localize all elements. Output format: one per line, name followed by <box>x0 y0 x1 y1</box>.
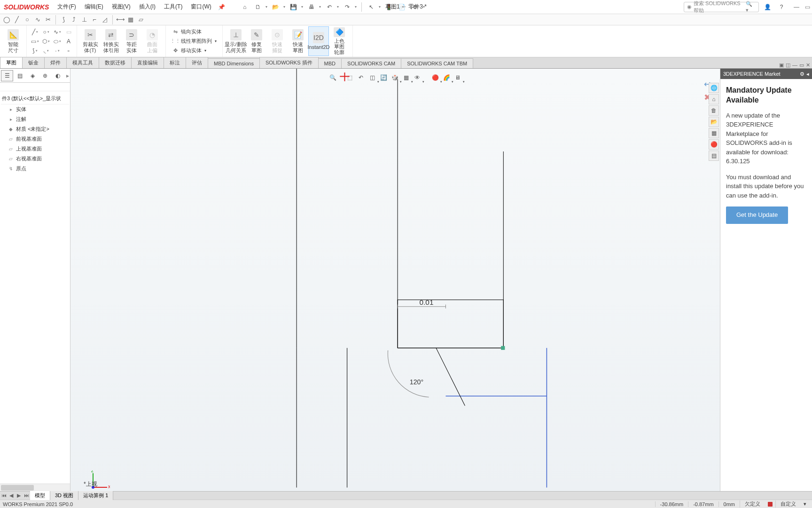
linear-pattern-button[interactable]: ⋮⋮线性草图阵列▾ <box>170 37 219 46</box>
menu-tools[interactable]: 工具(T) <box>160 1 186 13</box>
project-icon[interactable]: ▱ <box>136 15 146 24</box>
smart-dimension-button[interactable]: 📐 智能 尺寸 <box>3 28 23 54</box>
resources-tab-icon[interactable]: 🗑 <box>709 105 719 116</box>
new-icon[interactable]: 🗋 <box>252 1 264 13</box>
tab-annotate[interactable]: 标注 <box>164 57 186 68</box>
menu-view[interactable]: 视图(V) <box>108 1 134 13</box>
tree-item-top-plane[interactable]: ▱上视基准面 <box>1 144 69 154</box>
arc-tool-icon[interactable]: ⟆ <box>30 47 40 55</box>
graphics-canvas[interactable]: 🔍 ⬚ ↶ ◫ 🔄 🎲 ▦ 👁 🔴 🌈 🖥 <box>70 69 720 491</box>
menu-window[interactable]: 窗口(W) <box>187 1 215 13</box>
rect-tool-icon[interactable]: ▭ <box>30 37 40 46</box>
tab-mold[interactable]: 模具工具 <box>66 57 99 68</box>
tab-sketch[interactable]: 草图 <box>0 57 23 68</box>
trim-icon[interactable]: ✂ <box>43 15 53 24</box>
home-tab-icon[interactable]: ⌂ <box>709 94 719 104</box>
custom-props-tab-icon[interactable]: ▤ <box>709 151 719 161</box>
config-tab-icon[interactable]: ◈ <box>26 70 39 81</box>
tabs-overflow-icon[interactable]: ▸ <box>66 72 69 79</box>
circle-icon[interactable]: ○ <box>23 15 32 24</box>
restore-icon[interactable]: ▭ <box>805 4 810 10</box>
perp-icon[interactable]: ⊥ <box>79 15 89 24</box>
appearances-tab-icon[interactable]: 🔴 <box>709 139 719 150</box>
point-tool-icon[interactable]: · <box>52 47 62 55</box>
tree-item-front-plane[interactable]: ▱前视基准面 <box>1 134 69 144</box>
text-tool-icon[interactable]: A <box>63 37 74 46</box>
repair-sketch-button[interactable]: ✎修复 草图 <box>246 26 267 56</box>
minimize-icon[interactable]: — <box>794 4 799 10</box>
tab-sw-cam[interactable]: SOLIDWORKS CAM <box>341 58 401 68</box>
view-palette-tab-icon[interactable]: ▦ <box>709 128 719 138</box>
ellipse-icon[interactable]: ◯ <box>2 15 11 24</box>
property-tab-icon[interactable]: ▤ <box>14 70 26 81</box>
search-input[interactable]: ◉ 搜索 SOLIDWORKS 帮助 🔍 ▾ <box>684 2 759 12</box>
grid-icon[interactable]: ▦ <box>126 15 135 24</box>
ellipse-tool-icon[interactable]: ⬭ <box>52 37 62 46</box>
corner-icon[interactable]: ⌐ <box>90 15 99 24</box>
polygon-tool-icon[interactable]: ⬡ <box>41 37 51 46</box>
tree-root[interactable]: 件3 (默认<<默认>_显示状 <box>1 93 69 104</box>
bottom-tab-3dview[interactable]: 3D 视图 <box>50 491 78 500</box>
tab-data[interactable]: 数据迁移 <box>99 57 132 68</box>
viewport-close-icon[interactable]: ✕ <box>806 62 810 68</box>
tree-scrollbar[interactable] <box>0 484 70 491</box>
show-relations-button[interactable]: ⊥显示/删除 几何关系 <box>226 26 246 56</box>
bottom-tab-motion[interactable]: 运动算例 1 <box>78 491 113 500</box>
viewport-single-icon[interactable]: ▣ <box>779 62 784 68</box>
fillet-tool-icon[interactable]: ◟ <box>41 47 51 55</box>
dimxpert-tab-icon[interactable]: ⊕ <box>39 70 51 81</box>
shaded-contour-button[interactable]: 🔷上色 草图 轮廓 <box>329 26 350 56</box>
status-custom[interactable]: 自定义 <box>775 500 801 508</box>
mirror-button[interactable]: ⇋镜向实体 <box>170 27 219 36</box>
select-icon[interactable]: ↖ <box>366 1 377 13</box>
slot-tool-icon[interactable]: ▭ <box>63 28 74 36</box>
display-tab-icon[interactable]: ◐ <box>52 70 64 81</box>
offset-button[interactable]: ⊃等距 实体 <box>121 26 142 56</box>
spline-tool-icon[interactable]: ∿ <box>52 28 62 36</box>
tab-sheetmetal[interactable]: 钣金 <box>22 57 45 68</box>
line-icon[interactable]: ╱ <box>12 15 22 24</box>
tab-mbd[interactable]: MBD <box>318 58 342 68</box>
tab-next-icon[interactable]: ▶ <box>15 492 23 499</box>
pin-icon[interactable]: 📌 <box>218 4 225 10</box>
viewport-split-icon[interactable]: ◫ <box>786 62 790 68</box>
feature-tree-tab-icon[interactable]: ☰ <box>1 70 13 81</box>
menu-insert[interactable]: 插入(I) <box>135 1 159 13</box>
save-icon[interactable]: 💾 <box>288 1 299 13</box>
panel-pin-icon[interactable]: ◂ <box>806 71 809 77</box>
plane-tool-icon[interactable]: ▫ <box>63 47 74 55</box>
tangent-icon[interactable]: ⤴ <box>69 15 78 24</box>
redo-icon[interactable]: ↷ <box>342 1 353 13</box>
home-icon[interactable]: ⌂ <box>239 1 250 13</box>
help-icon[interactable]: ? <box>776 1 787 13</box>
tree-item-material[interactable]: ◆材质 <未指定> <box>1 124 69 134</box>
tab-evaluate[interactable]: 评估 <box>186 57 208 68</box>
quick-sketch-button[interactable]: 📝快速 草图 <box>288 26 308 56</box>
library-tab-icon[interactable]: 📂 <box>709 117 719 127</box>
3dx-tab-icon[interactable]: 🌐 <box>709 83 719 93</box>
tab-weldment[interactable]: 焊件 <box>44 57 67 68</box>
user-icon[interactable]: 👤 <box>762 1 773 13</box>
tab-sw-cam-tbm[interactable]: SOLIDWORKS CAM TBM <box>401 58 473 68</box>
tab-last-icon[interactable]: ⏭ <box>23 492 30 499</box>
menu-edit[interactable]: 编辑(E) <box>81 1 107 13</box>
move-button[interactable]: ✥移动实体▾ <box>170 46 219 55</box>
viewport-max-icon[interactable]: ▭ <box>799 62 804 68</box>
print-icon[interactable]: 🖶 <box>306 1 317 13</box>
convert-button[interactable]: ⇄转换实 体引用 <box>101 26 121 56</box>
bottom-tab-model[interactable]: 模型 <box>30 491 50 500</box>
instant2d-button[interactable]: I2DInstant2D <box>308 26 329 56</box>
tree-item-right-plane[interactable]: ▱右视基准面 <box>1 154 69 164</box>
tab-sw-addin[interactable]: SOLIDWORKS 插件 <box>259 57 319 68</box>
tab-mbd-dim[interactable]: MBD Dimensions <box>208 58 260 68</box>
tab-first-icon[interactable]: ⏮ <box>0 492 8 499</box>
menu-file[interactable]: 文件(F) <box>54 1 79 13</box>
tree-item-solid[interactable]: ▸实体 <box>1 104 69 114</box>
circle-tool-icon[interactable]: ○ <box>41 28 51 36</box>
spline-icon[interactable]: ∿ <box>33 15 42 24</box>
tab-direct[interactable]: 直接编辑 <box>131 57 164 68</box>
angle-icon[interactable]: ◿ <box>100 15 109 24</box>
horiz-dim-icon[interactable]: ⟷ <box>116 15 125 24</box>
open-icon[interactable]: 📂 <box>270 1 281 13</box>
get-update-button[interactable]: Get the Update <box>726 206 788 224</box>
